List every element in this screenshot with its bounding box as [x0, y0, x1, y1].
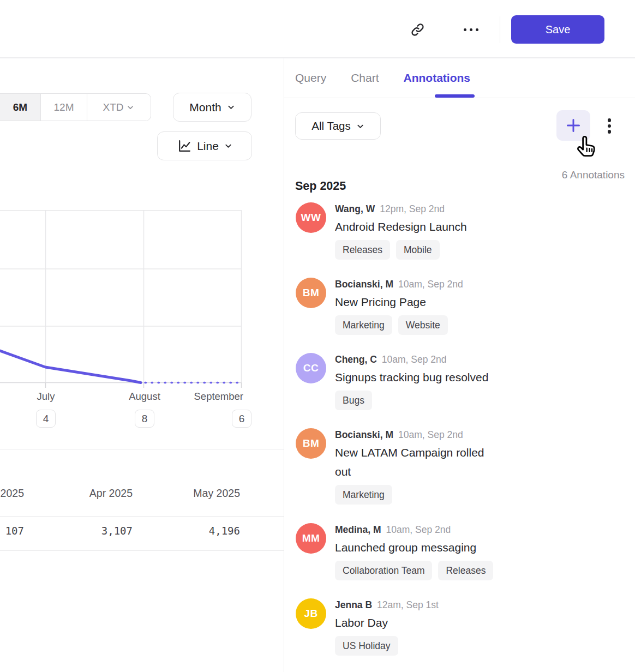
annotation-tags: US Holiday — [335, 636, 625, 656]
chevron-down-icon — [227, 103, 235, 111]
kebab-icon — [608, 118, 612, 134]
annotations-menu-button[interactable] — [600, 116, 619, 136]
tag-pill[interactable]: US Holiday — [335, 636, 398, 656]
table-header-cell: Apr 2025 — [69, 487, 133, 500]
tag-pill[interactable]: Mobile — [396, 240, 440, 260]
plus-icon — [565, 117, 582, 134]
annotation-title: Labor Day — [335, 613, 501, 632]
avatar: CC — [296, 353, 326, 383]
tag-filter-dropdown[interactable]: All Tags — [295, 112, 381, 140]
annotation-timestamp: 10am, Sep 2nd — [382, 354, 447, 365]
tab-query[interactable]: Query — [295, 71, 326, 85]
annotation-body: Wang, W12pm, Sep 2nd Android Redesign La… — [335, 202, 625, 260]
annotation-tags: Marketing — [335, 485, 625, 505]
annotation-author: Bocianski, M — [335, 279, 393, 290]
more-actions-button[interactable] — [461, 24, 481, 35]
annotation-title: Launched group messaging — [335, 538, 501, 557]
avatar: WW — [296, 202, 326, 233]
annotation-author: Jenna B — [335, 599, 372, 610]
granularity-dropdown[interactable]: Month — [173, 93, 251, 122]
toolbar: Save — [0, 0, 635, 58]
annotation-author: Wang, W — [335, 203, 375, 214]
annotation-title: New LATAM Campaign rolled out — [335, 443, 501, 481]
annotation-body: Jenna B12am, Sep 1st Labor Day US Holida… — [335, 598, 625, 656]
trend-chart[interactable] — [0, 210, 242, 391]
avatar: BM — [296, 278, 326, 308]
panel-tabs: Query Chart Annotations — [284, 58, 635, 98]
annotation-body: Bocianski, M10am, Sep 2nd New LATAM Camp… — [335, 428, 625, 505]
annotation-author: Bocianski, M — [335, 429, 393, 440]
annotation-title: New Pricing Page — [335, 292, 501, 311]
tab-annotations[interactable]: Annotations — [404, 71, 470, 85]
annotation-meta: Jenna B12am, Sep 1st — [335, 599, 625, 611]
annotation-list-item[interactable]: JB Jenna B12am, Sep 1st Labor Day US Hol… — [296, 598, 625, 656]
tab-chart[interactable]: Chart — [351, 71, 379, 85]
annotation-body: Bocianski, M10am, Sep 2nd New Pricing Pa… — [335, 278, 625, 335]
copy-link-button[interactable] — [409, 22, 426, 37]
chevron-down-icon — [224, 142, 232, 150]
save-button[interactable]: Save — [511, 15, 604, 44]
avatar: BM — [296, 428, 326, 459]
annotation-author: Cheng, C — [335, 354, 377, 365]
annotation-count-badge[interactable]: 4 — [36, 410, 56, 428]
tag-pill[interactable]: Bugs — [335, 391, 372, 410]
table-border — [0, 449, 284, 449]
add-annotation-button[interactable] — [556, 110, 590, 141]
annotation-body: Cheng, C10am, Sep 2nd Signups tracking b… — [335, 353, 625, 410]
annotation-meta: Bocianski, M10am, Sep 2nd — [335, 278, 625, 291]
annotation-timestamp: 10am, Sep 2nd — [398, 279, 463, 290]
annotation-title: Signups tracking bug resolved — [335, 368, 501, 387]
avatar: JB — [296, 598, 326, 629]
x-axis-label-august: August — [129, 391, 160, 403]
annotation-meta: Bocianski, M10am, Sep 2nd — [335, 429, 625, 441]
section-month-heading: Sep 2025 — [295, 179, 346, 193]
tag-pill[interactable]: Releases — [438, 561, 493, 580]
range-12m-button[interactable]: 12M — [40, 94, 87, 121]
annotation-count-badge[interactable]: 6 — [232, 410, 251, 428]
annotation-list-item[interactable]: BM Bocianski, M10am, Sep 2nd New LATAM C… — [296, 428, 625, 505]
range-6m-button[interactable]: 6M — [0, 94, 40, 121]
x-axis-label-july: July — [37, 391, 55, 403]
chevron-down-icon — [356, 122, 364, 130]
table-value-cell: 107 — [0, 525, 24, 537]
tag-filter-label: All Tags — [311, 119, 350, 133]
annotation-list-item[interactable]: MM Medina, M10am, Sep 2nd Launched group… — [296, 523, 625, 580]
section-annotation-count: 6 Annotations — [516, 169, 625, 181]
annotation-meta: Cheng, C10am, Sep 2nd — [335, 353, 625, 366]
annotation-tags: Bugs — [335, 391, 625, 410]
annotation-timestamp: 12pm, Sep 2nd — [380, 203, 445, 214]
table-header-cell: 2025 — [0, 487, 24, 500]
annotation-list-item[interactable]: CC Cheng, C10am, Sep 2nd Signups trackin… — [296, 353, 625, 410]
link-icon — [410, 22, 425, 37]
annotation-title: Android Redesign Launch — [335, 217, 501, 236]
annotation-body: Medina, M10am, Sep 2nd Launched group me… — [335, 523, 625, 580]
table-value-cell: 3,107 — [69, 525, 133, 537]
date-range-segmented-control: 6M 12M XTD — [0, 93, 151, 121]
toolbar-divider — [500, 16, 500, 43]
annotation-tags: Marketing Website — [335, 315, 625, 335]
table-border — [0, 516, 284, 517]
annotation-meta: Wang, W12pm, Sep 2nd — [335, 203, 625, 215]
avatar: MM — [296, 523, 326, 554]
x-axis-label-september: September — [189, 391, 243, 403]
tag-pill[interactable]: Collaboration Team — [335, 561, 432, 580]
chart-type-label: Line — [197, 140, 219, 153]
annotation-timestamp: 10am, Sep 2nd — [386, 524, 451, 535]
tag-pill[interactable]: Website — [398, 315, 448, 335]
annotation-timestamp: 10am, Sep 2nd — [398, 429, 463, 440]
chart-type-dropdown[interactable]: Line — [157, 131, 252, 160]
tag-pill[interactable]: Marketing — [335, 315, 392, 335]
tag-pill[interactable]: Marketing — [335, 485, 392, 505]
table-header-cell: May 2025 — [177, 487, 240, 500]
annotation-count-badge[interactable]: 8 — [135, 410, 154, 428]
annotation-tags: Collaboration Team Releases — [335, 561, 625, 580]
granularity-label: Month — [189, 101, 221, 114]
annotation-list-item[interactable]: WW Wang, W12pm, Sep 2nd Android Redesign… — [296, 202, 625, 260]
annotation-list-item[interactable]: BM Bocianski, M10am, Sep 2nd New Pricing… — [296, 278, 625, 335]
annotation-timestamp: 12am, Sep 1st — [377, 599, 439, 610]
table-border — [0, 550, 284, 551]
line-chart-icon — [177, 139, 191, 153]
range-xtd-button[interactable]: XTD — [87, 94, 149, 121]
annotation-author: Medina, M — [335, 524, 381, 535]
tag-pill[interactable]: Releases — [335, 240, 390, 260]
